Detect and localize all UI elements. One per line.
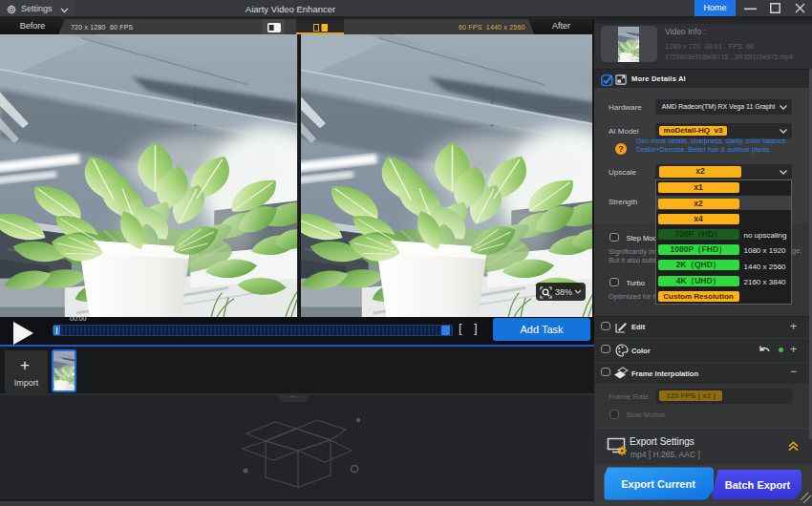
svg-text:Export Current: Export Current [621,478,695,490]
svg-text:Batch Export: Batch Export [725,479,791,491]
